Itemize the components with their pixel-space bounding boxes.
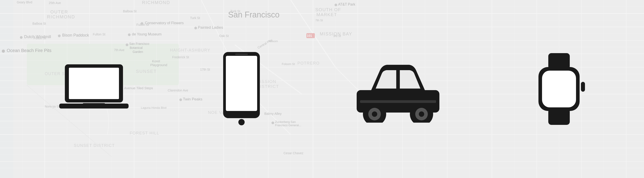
- watch-svg: [532, 53, 586, 125]
- phone-icon: [219, 51, 264, 127]
- svg-rect-135: [83, 103, 105, 105]
- svg-point-147: [419, 111, 424, 117]
- svg-rect-149: [548, 53, 570, 69]
- svg-rect-133: [69, 68, 119, 99]
- icons-container: [0, 0, 644, 178]
- phone-svg: [219, 51, 264, 127]
- svg-rect-152: [542, 71, 576, 107]
- svg-rect-137: [226, 56, 257, 111]
- svg-rect-150: [548, 109, 570, 125]
- svg-rect-153: [581, 82, 585, 92]
- car-svg: [353, 55, 443, 123]
- svg-rect-141: [397, 70, 399, 88]
- svg-rect-139: [235, 54, 248, 55]
- laptop-svg: [58, 62, 130, 116]
- svg-point-138: [238, 119, 245, 125]
- svg-point-144: [372, 111, 377, 117]
- watch-icon: [532, 53, 586, 125]
- car-icon: [353, 55, 443, 123]
- laptop-icon: [58, 62, 130, 116]
- svg-rect-148: [360, 100, 436, 103]
